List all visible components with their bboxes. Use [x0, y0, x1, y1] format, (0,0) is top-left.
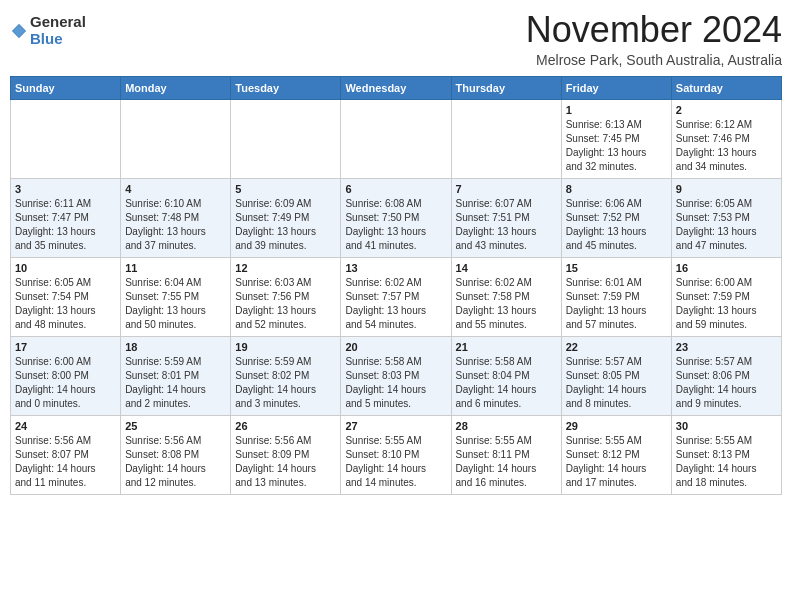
day-number: 3 — [15, 183, 116, 195]
calendar-cell: 7Sunrise: 6:07 AMSunset: 7:51 PMDaylight… — [451, 178, 561, 257]
calendar-cell: 22Sunrise: 5:57 AMSunset: 8:05 PMDayligh… — [561, 336, 671, 415]
weekday-header: Saturday — [671, 76, 781, 99]
calendar-cell: 3Sunrise: 6:11 AMSunset: 7:47 PMDaylight… — [11, 178, 121, 257]
calendar-cell: 24Sunrise: 5:56 AMSunset: 8:07 PMDayligh… — [11, 415, 121, 494]
day-info: Sunrise: 5:56 AMSunset: 8:07 PMDaylight:… — [15, 434, 116, 490]
day-info: Sunrise: 6:00 AMSunset: 8:00 PMDaylight:… — [15, 355, 116, 411]
svg-marker-1 — [14, 25, 25, 36]
day-number: 21 — [456, 341, 557, 353]
day-info: Sunrise: 6:04 AMSunset: 7:55 PMDaylight:… — [125, 276, 226, 332]
day-number: 10 — [15, 262, 116, 274]
calendar-cell: 27Sunrise: 5:55 AMSunset: 8:10 PMDayligh… — [341, 415, 451, 494]
day-number: 25 — [125, 420, 226, 432]
day-number: 27 — [345, 420, 446, 432]
day-number: 26 — [235, 420, 336, 432]
day-number: 13 — [345, 262, 446, 274]
location: Melrose Park, South Australia, Australia — [526, 52, 782, 68]
day-info: Sunrise: 5:57 AMSunset: 8:06 PMDaylight:… — [676, 355, 777, 411]
day-info: Sunrise: 6:06 AMSunset: 7:52 PMDaylight:… — [566, 197, 667, 253]
logo-icon — [10, 22, 28, 40]
calendar-cell: 30Sunrise: 5:55 AMSunset: 8:13 PMDayligh… — [671, 415, 781, 494]
logo: General Blue — [10, 10, 86, 47]
day-info: Sunrise: 6:02 AMSunset: 7:57 PMDaylight:… — [345, 276, 446, 332]
day-info: Sunrise: 6:10 AMSunset: 7:48 PMDaylight:… — [125, 197, 226, 253]
calendar-table: SundayMondayTuesdayWednesdayThursdayFrid… — [10, 76, 782, 495]
day-number: 12 — [235, 262, 336, 274]
day-info: Sunrise: 6:05 AMSunset: 7:53 PMDaylight:… — [676, 197, 777, 253]
day-number: 14 — [456, 262, 557, 274]
page-header: General Blue November 2024 Melrose Park,… — [10, 10, 782, 68]
day-info: Sunrise: 6:08 AMSunset: 7:50 PMDaylight:… — [345, 197, 446, 253]
day-number: 19 — [235, 341, 336, 353]
day-info: Sunrise: 6:12 AMSunset: 7:46 PMDaylight:… — [676, 118, 777, 174]
day-info: Sunrise: 6:05 AMSunset: 7:54 PMDaylight:… — [15, 276, 116, 332]
weekday-header: Sunday — [11, 76, 121, 99]
day-number: 4 — [125, 183, 226, 195]
day-number: 6 — [345, 183, 446, 195]
calendar-cell: 23Sunrise: 5:57 AMSunset: 8:06 PMDayligh… — [671, 336, 781, 415]
day-number: 22 — [566, 341, 667, 353]
day-number: 9 — [676, 183, 777, 195]
day-info: Sunrise: 6:07 AMSunset: 7:51 PMDaylight:… — [456, 197, 557, 253]
calendar-cell: 18Sunrise: 5:59 AMSunset: 8:01 PMDayligh… — [121, 336, 231, 415]
calendar-cell — [451, 99, 561, 178]
day-number: 18 — [125, 341, 226, 353]
day-number: 23 — [676, 341, 777, 353]
calendar-cell: 26Sunrise: 5:56 AMSunset: 8:09 PMDayligh… — [231, 415, 341, 494]
day-number: 11 — [125, 262, 226, 274]
weekday-header: Friday — [561, 76, 671, 99]
calendar-cell — [231, 99, 341, 178]
calendar-cell: 2Sunrise: 6:12 AMSunset: 7:46 PMDaylight… — [671, 99, 781, 178]
day-number: 5 — [235, 183, 336, 195]
calendar-cell: 20Sunrise: 5:58 AMSunset: 8:03 PMDayligh… — [341, 336, 451, 415]
calendar-cell: 6Sunrise: 6:08 AMSunset: 7:50 PMDaylight… — [341, 178, 451, 257]
calendar-week-row: 3Sunrise: 6:11 AMSunset: 7:47 PMDaylight… — [11, 178, 782, 257]
day-number: 17 — [15, 341, 116, 353]
calendar-cell: 19Sunrise: 5:59 AMSunset: 8:02 PMDayligh… — [231, 336, 341, 415]
calendar-cell — [341, 99, 451, 178]
day-info: Sunrise: 5:59 AMSunset: 8:02 PMDaylight:… — [235, 355, 336, 411]
day-number: 7 — [456, 183, 557, 195]
day-info: Sunrise: 5:56 AMSunset: 8:09 PMDaylight:… — [235, 434, 336, 490]
calendar-week-row: 1Sunrise: 6:13 AMSunset: 7:45 PMDaylight… — [11, 99, 782, 178]
day-number: 30 — [676, 420, 777, 432]
weekday-header: Monday — [121, 76, 231, 99]
title-block: November 2024 Melrose Park, South Austra… — [526, 10, 782, 68]
calendar-cell: 15Sunrise: 6:01 AMSunset: 7:59 PMDayligh… — [561, 257, 671, 336]
day-info: Sunrise: 5:58 AMSunset: 8:03 PMDaylight:… — [345, 355, 446, 411]
day-info: Sunrise: 6:11 AMSunset: 7:47 PMDaylight:… — [15, 197, 116, 253]
calendar-cell: 16Sunrise: 6:00 AMSunset: 7:59 PMDayligh… — [671, 257, 781, 336]
day-info: Sunrise: 5:55 AMSunset: 8:10 PMDaylight:… — [345, 434, 446, 490]
day-number: 28 — [456, 420, 557, 432]
calendar-cell: 13Sunrise: 6:02 AMSunset: 7:57 PMDayligh… — [341, 257, 451, 336]
day-info: Sunrise: 5:55 AMSunset: 8:12 PMDaylight:… — [566, 434, 667, 490]
calendar-cell: 4Sunrise: 6:10 AMSunset: 7:48 PMDaylight… — [121, 178, 231, 257]
calendar-cell: 8Sunrise: 6:06 AMSunset: 7:52 PMDaylight… — [561, 178, 671, 257]
calendar-cell: 12Sunrise: 6:03 AMSunset: 7:56 PMDayligh… — [231, 257, 341, 336]
day-number: 15 — [566, 262, 667, 274]
month-title: November 2024 — [526, 10, 782, 50]
calendar-cell: 10Sunrise: 6:05 AMSunset: 7:54 PMDayligh… — [11, 257, 121, 336]
day-info: Sunrise: 5:56 AMSunset: 8:08 PMDaylight:… — [125, 434, 226, 490]
day-info: Sunrise: 6:00 AMSunset: 7:59 PMDaylight:… — [676, 276, 777, 332]
calendar-cell: 5Sunrise: 6:09 AMSunset: 7:49 PMDaylight… — [231, 178, 341, 257]
day-info: Sunrise: 6:01 AMSunset: 7:59 PMDaylight:… — [566, 276, 667, 332]
calendar-cell — [121, 99, 231, 178]
day-info: Sunrise: 6:13 AMSunset: 7:45 PMDaylight:… — [566, 118, 667, 174]
weekday-header: Wednesday — [341, 76, 451, 99]
calendar-cell: 21Sunrise: 5:58 AMSunset: 8:04 PMDayligh… — [451, 336, 561, 415]
day-number: 16 — [676, 262, 777, 274]
day-info: Sunrise: 5:59 AMSunset: 8:01 PMDaylight:… — [125, 355, 226, 411]
day-number: 8 — [566, 183, 667, 195]
day-info: Sunrise: 6:09 AMSunset: 7:49 PMDaylight:… — [235, 197, 336, 253]
day-number: 29 — [566, 420, 667, 432]
calendar-cell: 25Sunrise: 5:56 AMSunset: 8:08 PMDayligh… — [121, 415, 231, 494]
weekday-header: Tuesday — [231, 76, 341, 99]
day-info: Sunrise: 5:55 AMSunset: 8:11 PMDaylight:… — [456, 434, 557, 490]
day-info: Sunrise: 5:58 AMSunset: 8:04 PMDaylight:… — [456, 355, 557, 411]
day-number: 20 — [345, 341, 446, 353]
calendar-cell: 17Sunrise: 6:00 AMSunset: 8:00 PMDayligh… — [11, 336, 121, 415]
calendar-cell: 1Sunrise: 6:13 AMSunset: 7:45 PMDaylight… — [561, 99, 671, 178]
calendar-cell: 11Sunrise: 6:04 AMSunset: 7:55 PMDayligh… — [121, 257, 231, 336]
calendar-cell: 9Sunrise: 6:05 AMSunset: 7:53 PMDaylight… — [671, 178, 781, 257]
